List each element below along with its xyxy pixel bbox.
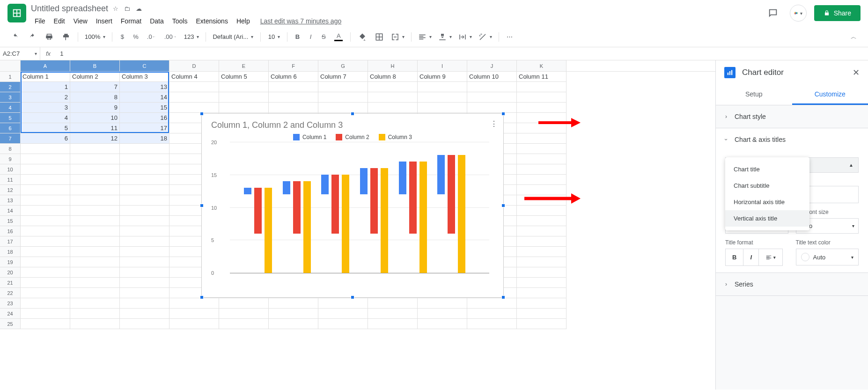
cell[interactable]: 14 <box>120 92 169 103</box>
cell[interactable] <box>21 267 70 278</box>
cell[interactable] <box>120 267 169 278</box>
row-header-3[interactable]: 3 <box>0 92 21 103</box>
cell[interactable] <box>21 206 70 216</box>
cell[interactable]: Column 6 <box>269 72 318 82</box>
bar[interactable] <box>331 175 339 234</box>
col-header-C[interactable]: C <box>120 60 169 71</box>
bar[interactable] <box>321 175 329 194</box>
bar[interactable] <box>437 155 445 194</box>
cell[interactable] <box>517 309 566 319</box>
cell[interactable] <box>120 309 169 319</box>
row-header-4[interactable]: 4 <box>0 103 21 113</box>
col-header-A[interactable]: A <box>21 60 70 71</box>
cell[interactable] <box>517 154 566 164</box>
cell[interactable] <box>120 154 169 164</box>
cell[interactable] <box>21 298 70 309</box>
merge-button[interactable] <box>388 31 407 43</box>
cell[interactable] <box>368 103 418 113</box>
menu-file[interactable]: File <box>31 15 49 27</box>
move-icon[interactable]: 🗀 <box>124 5 130 12</box>
menu-view[interactable]: View <box>70 15 91 27</box>
align-format-button[interactable]: ▾ <box>759 249 782 265</box>
cell[interactable] <box>418 103 467 113</box>
row-header-12[interactable]: 12 <box>0 185 21 195</box>
row-header-21[interactable]: 21 <box>0 278 21 288</box>
chart-menu-icon[interactable]: ⋮ <box>490 119 498 128</box>
cell[interactable] <box>169 103 219 113</box>
row-header-24[interactable]: 24 <box>0 309 21 319</box>
row-header-16[interactable]: 16 <box>0 226 21 236</box>
cell[interactable] <box>120 175 169 185</box>
row-header-11[interactable]: 11 <box>0 175 21 185</box>
cell[interactable] <box>269 298 318 309</box>
bar[interactable] <box>381 168 388 273</box>
cell[interactable] <box>21 175 70 185</box>
font-select[interactable]: Default (Ari... <box>210 31 257 42</box>
cell[interactable]: Column 2 <box>70 72 120 82</box>
row-header-18[interactable]: 18 <box>0 247 21 257</box>
cell[interactable]: 13 <box>120 82 169 92</box>
cell[interactable] <box>517 288 566 298</box>
cell[interactable] <box>120 195 169 206</box>
text-color-button[interactable]: A <box>331 29 346 44</box>
cell[interactable] <box>467 82 517 92</box>
cell[interactable] <box>219 92 269 103</box>
cell[interactable] <box>70 195 120 206</box>
col-header-B[interactable]: B <box>70 60 120 71</box>
cell[interactable] <box>467 319 517 329</box>
row-header-13[interactable]: 13 <box>0 195 21 206</box>
cell[interactable] <box>467 103 517 113</box>
more-button[interactable]: ⋯ <box>503 30 516 43</box>
title-color-select[interactable]: Auto ▾ <box>796 249 859 265</box>
cell[interactable] <box>70 164 120 175</box>
undo-button[interactable] <box>7 30 23 44</box>
cell[interactable] <box>70 288 120 298</box>
bar[interactable] <box>458 155 465 273</box>
cell[interactable] <box>21 226 70 236</box>
meet-icon[interactable]: ▾ <box>790 5 807 22</box>
row-header-1[interactable]: 1 <box>0 72 21 82</box>
cell[interactable]: 18 <box>120 133 169 144</box>
h-align-button[interactable] <box>415 31 434 43</box>
cell[interactable] <box>368 92 418 103</box>
cell[interactable] <box>517 195 566 206</box>
row-header-17[interactable]: 17 <box>0 236 21 247</box>
cell[interactable] <box>517 123 566 133</box>
menu-help[interactable]: Help <box>233 15 254 27</box>
menu-edit[interactable]: Edit <box>50 15 69 27</box>
cell[interactable] <box>21 257 70 267</box>
cell[interactable] <box>467 298 517 309</box>
cell[interactable]: 4 <box>21 113 70 123</box>
col-header-H[interactable]: H <box>368 60 418 71</box>
row-header-10[interactable]: 10 <box>0 164 21 175</box>
section-chart-style[interactable]: › Chart style <box>716 105 868 128</box>
row-header-5[interactable]: 5 <box>0 113 21 123</box>
cell[interactable] <box>517 103 566 113</box>
cell[interactable] <box>120 319 169 329</box>
cell[interactable]: 17 <box>120 123 169 133</box>
cell[interactable] <box>70 298 120 309</box>
cell[interactable] <box>21 216 70 226</box>
cell[interactable] <box>269 103 318 113</box>
cell[interactable] <box>418 92 467 103</box>
dropdown-item[interactable]: Chart title <box>725 161 809 177</box>
close-sidebar-button[interactable]: ✕ <box>853 67 860 78</box>
cell[interactable] <box>318 103 368 113</box>
cell[interactable] <box>120 206 169 216</box>
cell[interactable] <box>517 185 566 195</box>
row-header-8[interactable]: 8 <box>0 144 21 154</box>
cell[interactable] <box>318 298 368 309</box>
cell[interactable] <box>467 92 517 103</box>
cell[interactable]: 6 <box>21 133 70 144</box>
cell[interactable] <box>169 298 219 309</box>
cell[interactable] <box>21 319 70 329</box>
cell[interactable]: Column 7 <box>318 72 368 82</box>
cell[interactable]: 2 <box>21 92 70 103</box>
cell[interactable] <box>368 309 418 319</box>
row-header-7[interactable]: 7 <box>0 133 21 144</box>
cell[interactable] <box>169 319 219 329</box>
cell[interactable] <box>517 257 566 267</box>
cell[interactable] <box>70 226 120 236</box>
col-header-E[interactable]: E <box>219 60 269 71</box>
cell[interactable] <box>318 92 368 103</box>
